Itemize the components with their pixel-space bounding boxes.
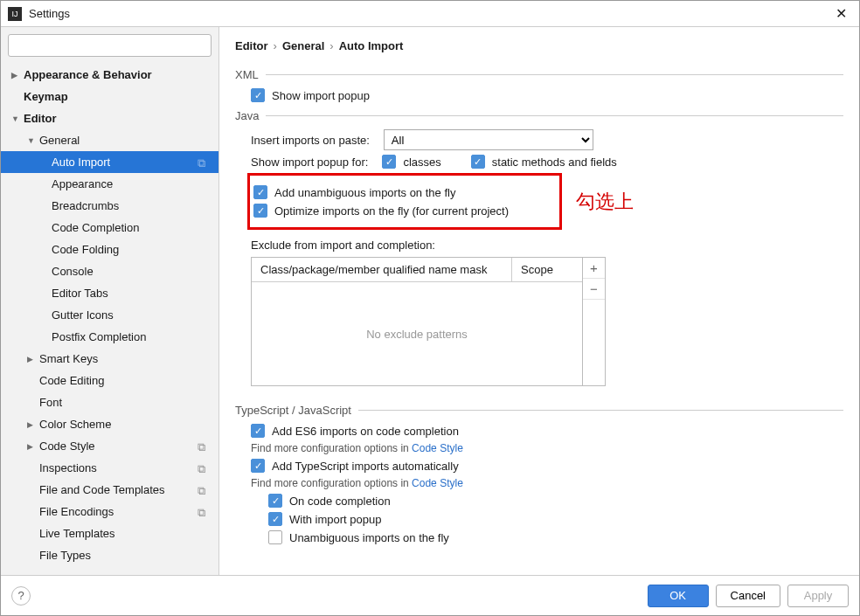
tree-item-color-scheme[interactable]: ▶Color Scheme	[1, 413, 218, 435]
tree-item-editor[interactable]: ▼Editor	[1, 107, 218, 129]
tree-item-auto-import[interactable]: Auto Import⧉	[1, 151, 218, 173]
tree-item-file-types[interactable]: File Types	[1, 544, 218, 566]
exclude-table: Class/package/member qualified name mask…	[251, 257, 583, 386]
label-with-popup: With import popup	[289, 513, 382, 526]
sidebar: ⌕ ▶Appearance & Behavior Keymap ▼Editor …	[1, 27, 219, 575]
label-popup-for: Show import popup for:	[251, 156, 368, 169]
add-button[interactable]: +	[583, 258, 605, 279]
chevron-right-icon: ▶	[27, 420, 39, 429]
tree-item-code-completion[interactable]: Code Completion	[1, 217, 218, 239]
tree-item-inspections[interactable]: Inspections⧉	[1, 457, 218, 479]
breadcrumb-p3: Auto Import	[339, 39, 404, 52]
breadcrumb: Editor › General › Auto Import	[219, 27, 859, 61]
cancel-button[interactable]: Cancel	[716, 585, 780, 607]
tree-item-postfix-completion[interactable]: Postfix Completion	[1, 326, 218, 348]
copy-icon: ⧉	[198, 462, 210, 474]
label-classes: classes	[403, 156, 440, 169]
label-auto-ts: Add TypeScript imports automatically	[272, 460, 459, 473]
help-icon[interactable]: ?	[11, 586, 31, 606]
checkbox-es6[interactable]: ✓	[251, 424, 265, 438]
section-ts-js: TypeScript / JavaScript	[235, 404, 843, 417]
chevron-down-icon: ▼	[11, 114, 24, 123]
copy-icon: ⧉	[198, 506, 210, 518]
tree-item-file-code-templates[interactable]: File and Code Templates⧉	[1, 479, 218, 501]
exclude-empty: No exclude patterns	[252, 282, 582, 385]
label-on-completion: On code completion	[289, 495, 391, 508]
checkbox-on-completion[interactable]: ✓	[268, 494, 282, 508]
content-pane: Editor › General › Auto Import XML ✓ Sho…	[219, 27, 859, 575]
search-input[interactable]	[8, 34, 212, 57]
tree-item-live-templates[interactable]: Live Templates	[1, 523, 218, 544]
tree-item-file-encodings[interactable]: File Encodings⧉	[1, 501, 218, 523]
checkbox-with-popup[interactable]: ✓	[268, 512, 282, 526]
breadcrumb-p2[interactable]: General	[282, 39, 324, 52]
tree-item-smart-keys[interactable]: ▶Smart Keys	[1, 348, 218, 370]
label-exclude: Exclude from import and completion:	[251, 239, 843, 252]
copy-icon: ⧉	[198, 484, 210, 496]
tree-item-appearance-behavior[interactable]: ▶Appearance & Behavior	[1, 64, 218, 86]
tree-item-code-folding[interactable]: Code Folding	[1, 239, 218, 260]
tree-item-font[interactable]: Font	[1, 391, 218, 413]
checkbox-unambiguous[interactable]: ✓	[253, 185, 267, 199]
chevron-right-icon: ›	[329, 39, 333, 52]
settings-tree[interactable]: ▶Appearance & Behavior Keymap ▼Editor ▼G…	[1, 64, 218, 575]
tree-item-gutter-icons[interactable]: Gutter Icons	[1, 304, 218, 326]
tree-item-code-style[interactable]: ▶Code Style⧉	[1, 435, 218, 457]
checkbox-ts-unambiguous[interactable]: ✓	[268, 530, 282, 544]
annotation-box: ✓ Add unambiguous imports on the fly ✓ O…	[247, 173, 562, 230]
tree-item-code-editing[interactable]: Code Editing	[1, 370, 218, 391]
column-mask[interactable]: Class/package/member qualified name mask	[252, 258, 512, 281]
tree-item-breadcrumbs[interactable]: Breadcrumbs	[1, 195, 218, 217]
tree-item-keymap[interactable]: Keymap	[1, 86, 218, 107]
label-ts-unambiguous: Unambiguous imports on the fly	[289, 531, 449, 544]
checkbox-auto-ts[interactable]: ✓	[251, 459, 265, 473]
annotation-text: 勾选上	[576, 189, 634, 215]
tree-item-console[interactable]: Console	[1, 260, 218, 282]
ok-button[interactable]: OK	[648, 585, 709, 607]
app-icon: IJ	[8, 7, 22, 21]
label-es6: Add ES6 imports on code completion	[272, 425, 459, 438]
tree-item-editor-tabs[interactable]: Editor Tabs	[1, 282, 218, 304]
checkbox-xml-show-popup[interactable]: ✓	[251, 88, 265, 102]
link-code-style[interactable]: Code Style	[412, 442, 463, 454]
combo-insert-on-paste[interactable]: All	[384, 129, 593, 150]
apply-button[interactable]: Apply	[787, 585, 849, 607]
close-icon[interactable]: ✕	[830, 5, 852, 22]
label-insert-on-paste: Insert imports on paste:	[251, 134, 370, 147]
dialog-footer: ? OK Cancel Apply	[1, 575, 859, 615]
hint-es6: Find more configuration options in Code …	[251, 442, 843, 454]
chevron-right-icon: ›	[274, 39, 277, 52]
checkbox-optimize[interactable]: ✓	[253, 204, 267, 218]
section-xml: XML	[235, 68, 843, 81]
link-code-style-2[interactable]: Code Style	[412, 477, 463, 489]
copy-icon: ⧉	[198, 440, 210, 453]
label-optimize: Optimize imports on the fly (for current…	[274, 204, 509, 218]
chevron-right-icon: ▶	[27, 355, 39, 363]
label-xml-show-popup: Show import popup	[272, 89, 370, 102]
tree-item-general[interactable]: ▼General	[1, 129, 218, 151]
label-static: static methods and fields	[492, 156, 617, 169]
section-java: Java	[235, 109, 843, 122]
hint-auto-ts: Find more configuration options in Code …	[251, 477, 843, 489]
checkbox-classes[interactable]: ✓	[382, 155, 396, 169]
title-bar: IJ Settings ✕	[1, 1, 859, 27]
chevron-down-icon: ▼	[27, 136, 39, 145]
tree-item-appearance[interactable]: Appearance	[1, 173, 218, 195]
column-scope[interactable]: Scope	[512, 258, 582, 281]
copy-icon: ⧉	[198, 156, 210, 169]
label-unambiguous: Add unambiguous imports on the fly	[274, 186, 455, 199]
window-title: Settings	[29, 7, 830, 20]
checkbox-static[interactable]: ✓	[471, 155, 485, 169]
remove-button[interactable]: −	[583, 279, 605, 300]
chevron-right-icon: ▶	[11, 71, 24, 80]
breadcrumb-p1[interactable]: Editor	[235, 39, 268, 52]
chevron-right-icon: ▶	[27, 442, 39, 451]
